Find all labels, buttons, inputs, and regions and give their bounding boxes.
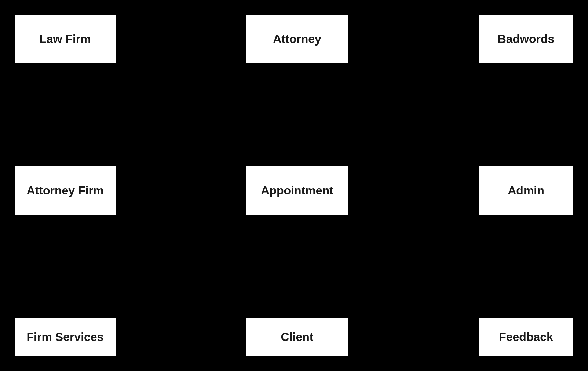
card-admin-label: Admin xyxy=(508,184,544,197)
sep-r2c1 xyxy=(0,78,130,152)
card-feedback-label: Feedback xyxy=(499,330,553,344)
card-attorney-label: Attorney xyxy=(273,32,321,46)
cell-r3c1: Attorney Firm xyxy=(0,152,130,230)
main-grid: Law Firm Attorney Badwords Attorney Firm… xyxy=(0,0,588,371)
card-attorney[interactable]: Attorney xyxy=(246,15,348,63)
sep-r4c5 xyxy=(464,230,588,303)
card-badwords-label: Badwords xyxy=(498,32,555,46)
card-client-label: Client xyxy=(281,330,314,344)
cell-r1c3: Attorney xyxy=(231,0,363,78)
sep-r2c2 xyxy=(130,78,231,152)
card-client[interactable]: Client xyxy=(246,318,348,356)
card-firm-services[interactable]: Firm Services xyxy=(15,318,116,356)
card-law-firm[interactable]: Law Firm xyxy=(15,15,116,63)
cell-r3c3: Appointment xyxy=(231,152,363,230)
sep-r2c3 xyxy=(231,78,363,152)
cell-r5c5: Feedback xyxy=(464,303,588,371)
sep-r4c1 xyxy=(0,230,130,303)
card-law-firm-label: Law Firm xyxy=(39,32,91,46)
cell-r1c2-empty xyxy=(130,0,231,78)
cell-r1c4-empty xyxy=(363,0,464,78)
cell-r3c2-empty xyxy=(130,152,231,230)
card-badwords[interactable]: Badwords xyxy=(479,15,573,63)
card-appointment-label: Appointment xyxy=(261,184,333,197)
card-firm-services-label: Firm Services xyxy=(27,330,104,344)
card-feedback[interactable]: Feedback xyxy=(479,318,573,356)
sep-r4c2 xyxy=(130,230,231,303)
sep-r4c4 xyxy=(363,230,464,303)
card-admin[interactable]: Admin xyxy=(479,166,573,215)
sep-r4c3 xyxy=(231,230,363,303)
cell-r1c5: Badwords xyxy=(464,0,588,78)
cell-r5c1: Firm Services xyxy=(0,303,130,371)
cell-r3c4-empty xyxy=(363,152,464,230)
cell-r5c2-empty xyxy=(130,303,231,371)
card-attorney-firm[interactable]: Attorney Firm xyxy=(15,166,116,215)
cell-r5c3: Client xyxy=(231,303,363,371)
sep-r2c5 xyxy=(464,78,588,152)
cell-r1c1: Law Firm xyxy=(0,0,130,78)
cell-r3c5: Admin xyxy=(464,152,588,230)
sep-r2c4 xyxy=(363,78,464,152)
card-attorney-firm-label: Attorney Firm xyxy=(27,184,104,197)
card-appointment[interactable]: Appointment xyxy=(246,166,348,215)
cell-r5c4-empty xyxy=(363,303,464,371)
